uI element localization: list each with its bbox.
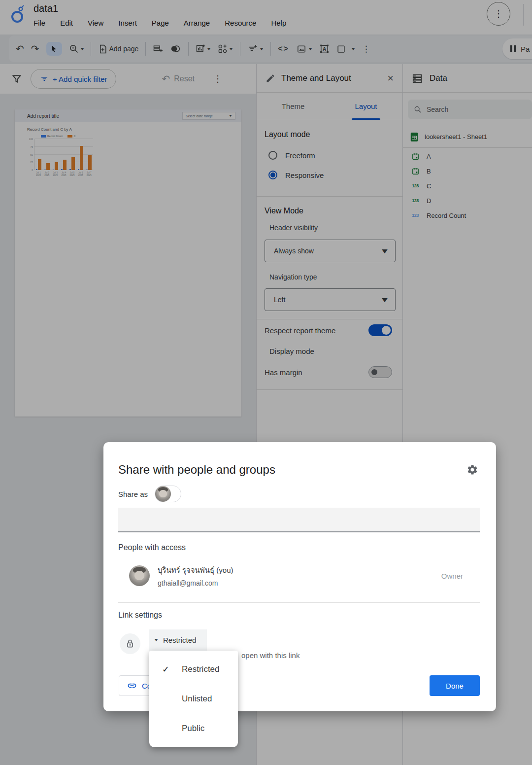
option-label: Public: [182, 724, 204, 733]
share-as-label: Share as: [118, 490, 148, 498]
looker-studio-app: data1 FileEditViewInsertPageArrangeResou…: [0, 0, 532, 765]
link-settings-label: Link settings: [118, 611, 162, 620]
share-dialog-title: Share with people and groups: [118, 463, 275, 477]
done-button[interactable]: Done: [430, 675, 480, 696]
link-access-dropdown[interactable]: ▼ Restricted: [149, 629, 207, 651]
checkmark-icon: ✓: [162, 664, 171, 675]
link-access-option-restricted[interactable]: ✓Restricted: [149, 655, 238, 684]
avatar: [129, 565, 150, 586]
add-people-input[interactable]: [118, 508, 480, 532]
share-as-account-chip[interactable]: [155, 486, 181, 502]
person-info: บุรินทร์ รุจจนพันธุ์ (you) gthaiall@gmai…: [158, 564, 441, 587]
option-label: Unlisted: [182, 694, 212, 704]
dropdown-arrow-icon: ▼: [153, 638, 159, 642]
avatar: [155, 486, 171, 502]
lock-badge: [120, 633, 140, 654]
divider: [118, 602, 480, 603]
link-access-menu: ✓RestrictedUnlistedPublic: [149, 651, 238, 747]
option-label: Restricted: [182, 664, 220, 674]
gear-icon[interactable]: [466, 464, 478, 476]
link-access-option-public[interactable]: Public: [149, 714, 238, 743]
done-label: Done: [446, 682, 464, 690]
person-row: บุรินทร์ รุจจนพันธุ์ (you) gthaiall@gmai…: [118, 564, 480, 587]
link-access-option-unlisted[interactable]: Unlisted: [149, 684, 238, 714]
share-as-row: Share as: [118, 486, 181, 502]
link-hint-text: open with this link: [241, 651, 299, 660]
people-with-access-label: People with access: [118, 543, 186, 552]
person-email: gthaiall@gmail.com: [158, 579, 441, 587]
person-name: บุรินทร์ รุจจนพันธุ์ (you): [158, 564, 441, 576]
lock-icon: [125, 639, 135, 649]
person-role: Owner: [441, 572, 463, 580]
link-icon: [127, 681, 137, 691]
link-access-value: Restricted: [163, 636, 197, 644]
